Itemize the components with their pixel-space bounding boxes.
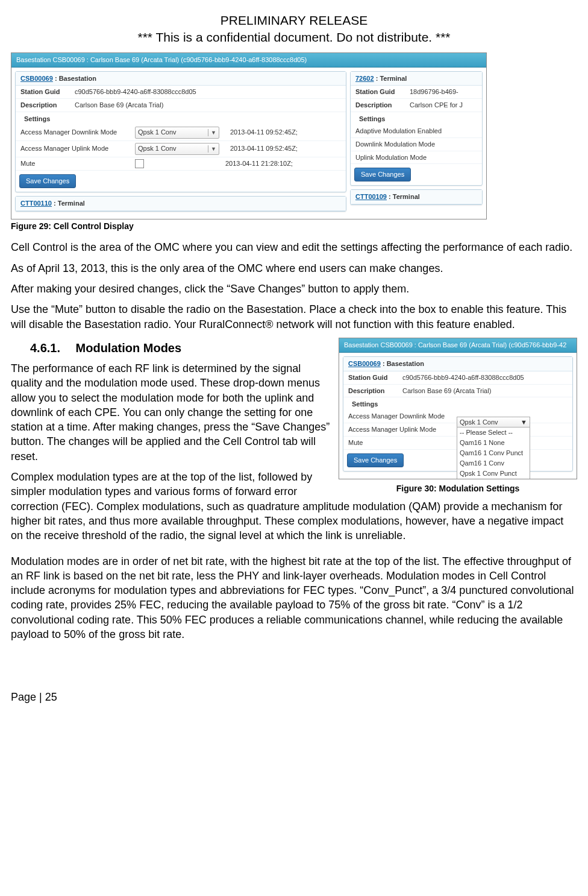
desc-label: Description xyxy=(348,386,402,396)
chevron-down-icon: ▼ xyxy=(521,418,527,427)
desc-value: Carlson Base 69 (Arcata Trial) xyxy=(75,101,341,110)
settings-heading: Settings xyxy=(16,112,346,125)
guid-label: Station Guid xyxy=(348,373,402,382)
figure-30-caption: Figure 30: Modulation Settings xyxy=(339,483,577,494)
terminal-card-head: 72602 : Terminal xyxy=(351,72,482,86)
select-option[interactable]: -- Please Select -- xyxy=(457,427,530,438)
select-option[interactable]: Qpsk 1 Conv Punct xyxy=(457,469,530,479)
select-option[interactable]: Qam16 1 Conv Punct xyxy=(457,448,530,458)
select-option[interactable]: Qam16 1 None xyxy=(457,438,530,448)
basestation-link[interactable]: CSB00069 xyxy=(20,75,53,82)
downlink-mode-select-open[interactable]: Qpsk 1 Conv ▼ -- Please Select --Qam16 1… xyxy=(457,417,530,479)
guid-value: c90d5766-bbb9-4240-a6ff-83088ccc8d05 xyxy=(402,373,568,382)
device-type: Terminal xyxy=(380,75,407,82)
figure-29-caption: Figure 29: Cell Control Display xyxy=(11,221,577,232)
paragraph: Cell Control is the area of the OMC wher… xyxy=(11,240,577,254)
terminal-link[interactable]: CTT00110 xyxy=(20,200,52,207)
desc-label: Description xyxy=(355,101,410,110)
save-button[interactable]: Save Changes xyxy=(354,168,411,181)
terminal-link[interactable]: 72602 xyxy=(355,75,374,82)
uplink-mode-label: Access Manager Uplink Mode xyxy=(348,425,457,434)
downlink-mode-label: Access Manager Downlink Mode xyxy=(348,412,457,421)
figure-29-screenshot: Basestation CSB00069 : Carlson Base 69 (… xyxy=(11,52,487,219)
device-type: Terminal xyxy=(58,200,85,207)
page-footer: Page | 25 xyxy=(11,690,577,704)
desc-value: Carlson CPE for J xyxy=(410,101,477,110)
basestation-card-head: CSB00069 : Basestation xyxy=(343,357,572,371)
select-option[interactable]: Qam16 1 Conv xyxy=(457,458,530,469)
paragraph: Modulation modes are in order of net bit… xyxy=(11,554,577,642)
window-titlebar: Basestation CSB00069 : Carlson Base 69 (… xyxy=(339,338,577,353)
device-type: Terminal xyxy=(393,193,420,200)
guid-label: Station Guid xyxy=(20,87,75,96)
downlink-mod-label: Downlink Modulation Mode xyxy=(355,140,470,149)
downlink-timestamp: 2013-04-11 09:52:45Z; xyxy=(230,128,321,137)
mute-checkbox[interactable] xyxy=(135,159,144,168)
guid-value: c90d5766-bbb9-4240-a6ff-83088ccc8d05 xyxy=(75,87,341,96)
device-type: Basestation xyxy=(387,360,424,367)
mute-label: Mute xyxy=(348,438,457,447)
settings-heading: Settings xyxy=(343,397,572,410)
paragraph: After making your desired changes, click… xyxy=(11,282,577,296)
basestation-card-head: CSB00069 : Basestation xyxy=(16,72,346,86)
mute-label: Mute xyxy=(20,159,135,168)
guid-value: 18d96796-b469- xyxy=(410,87,477,96)
uplink-mode-label: Access Manager Uplink Mode xyxy=(20,144,135,153)
select-option[interactable]: Qpsk 1 Conv xyxy=(457,479,530,479)
page-header-1: PRELIMINARY RELEASE xyxy=(11,12,577,29)
settings-heading: Settings xyxy=(351,112,482,125)
uplink-timestamp: 2013-04-11 09:52:45Z; xyxy=(230,144,321,153)
mute-timestamp: 2013-04-11 21:28:10Z; xyxy=(225,159,316,168)
section-title: Modulation Modes xyxy=(76,341,182,355)
adaptive-mod-label: Adaptive Modulation Enabled xyxy=(355,127,470,136)
desc-label: Description xyxy=(20,101,75,110)
paragraph: Use the “Mute” button to disable the rad… xyxy=(11,302,577,332)
chevron-down-icon: ▼ xyxy=(208,145,216,153)
paragraph: As of April 13, 2013, this is the only a… xyxy=(11,261,577,276)
terminal-card-head: CTT00109 : Terminal xyxy=(351,190,482,204)
section-number: 4.6.1. xyxy=(30,340,72,356)
uplink-mode-value: Qpsk 1 Conv xyxy=(138,144,177,153)
window-titlebar: Basestation CSB00069 : Carlson Base 69 (… xyxy=(11,53,486,68)
save-button[interactable]: Save Changes xyxy=(347,453,404,467)
downlink-mode-label: Access Manager Downlink Mode xyxy=(20,128,135,137)
downlink-mode-value: Qpsk 1 Conv xyxy=(138,128,177,137)
chevron-down-icon: ▼ xyxy=(208,129,216,136)
desc-value: Carlson Base 69 (Arcata Trial) xyxy=(402,386,568,396)
device-type: Basestation xyxy=(59,75,96,82)
terminal-link[interactable]: CTT00109 xyxy=(355,193,387,200)
select-current-value: Qpsk 1 Conv xyxy=(460,418,498,427)
terminal-card-head: CTT00110 : Terminal xyxy=(16,197,346,211)
figure-30-screenshot: Basestation CSB00069 : Carlson Base 69 (… xyxy=(339,338,577,479)
basestation-link[interactable]: CSB00069 xyxy=(348,360,381,367)
page-header-2: *** This is a confidential document. Do … xyxy=(11,29,577,46)
save-button[interactable]: Save Changes xyxy=(19,174,76,188)
downlink-mode-select[interactable]: Qpsk 1 Conv ▼ xyxy=(135,127,219,139)
guid-label: Station Guid xyxy=(355,87,410,96)
uplink-mode-select[interactable]: Qpsk 1 Conv ▼ xyxy=(135,143,219,155)
uplink-mod-label: Uplink Modulation Mode xyxy=(355,153,470,162)
